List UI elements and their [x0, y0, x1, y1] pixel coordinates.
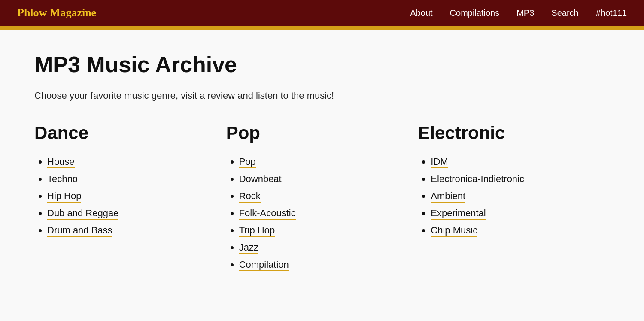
- genre-link-techno[interactable]: Techno: [47, 173, 78, 185]
- list-item: Drum and Bass: [47, 225, 226, 236]
- genre-link-drum-and-bass[interactable]: Drum and Bass: [47, 225, 112, 237]
- nav-item-compilations[interactable]: Compilations: [450, 8, 500, 18]
- list-item: Compilation: [239, 259, 418, 270]
- list-item: Folk-Acoustic: [239, 208, 418, 219]
- genre-link-jazz[interactable]: Jazz: [239, 242, 258, 254]
- genre-section-pop: PopPopDownbeatRockFolk-AcousticTrip HopJ…: [226, 123, 418, 276]
- list-item: Pop: [239, 156, 418, 167]
- genre-link-trip-hop[interactable]: Trip Hop: [239, 225, 275, 237]
- genre-link-electronica-indietronic[interactable]: Electronica-Indietronic: [431, 173, 524, 185]
- genre-link-rock[interactable]: Rock: [239, 191, 261, 203]
- list-item: Techno: [47, 173, 226, 185]
- genre-grid: DanceHouseTechnoHip HopDub and ReggaeDru…: [34, 123, 610, 276]
- genre-link-compilation[interactable]: Compilation: [239, 259, 289, 271]
- genre-section-dance: DanceHouseTechnoHip HopDub and ReggaeDru…: [34, 123, 226, 276]
- list-item: Ambient: [431, 191, 610, 202]
- site-header: Phlow Magazine AboutCompilationsMP3Searc…: [0, 0, 644, 26]
- genre-link-folk-acoustic[interactable]: Folk-Acoustic: [239, 208, 296, 220]
- site-title[interactable]: Phlow Magazine: [17, 6, 96, 19]
- genre-list-dance: HouseTechnoHip HopDub and ReggaeDrum and…: [34, 156, 226, 236]
- main-nav: AboutCompilationsMP3Search#hot111: [410, 8, 627, 18]
- list-item: Rock: [239, 191, 418, 202]
- genre-link-idm[interactable]: IDM: [431, 156, 448, 168]
- gold-stripe: [0, 26, 644, 30]
- list-item: Downbeat: [239, 173, 418, 185]
- list-item: Hip Hop: [47, 191, 226, 202]
- list-item: Electronica-Indietronic: [431, 173, 610, 185]
- genre-list-pop: PopDownbeatRockFolk-AcousticTrip HopJazz…: [226, 156, 418, 270]
- genre-link-house[interactable]: House: [47, 156, 75, 168]
- list-item: IDM: [431, 156, 610, 167]
- list-item: Dub and Reggae: [47, 208, 226, 219]
- list-item: Trip Hop: [239, 225, 418, 236]
- genre-link-dub-and-reggae[interactable]: Dub and Reggae: [47, 208, 118, 220]
- list-item: Chip Music: [431, 225, 610, 236]
- list-item: Experimental: [431, 208, 610, 219]
- nav-item-about[interactable]: About: [410, 8, 432, 18]
- list-item: Jazz: [239, 242, 418, 253]
- list-item: House: [47, 156, 226, 167]
- genre-link-ambient[interactable]: Ambient: [431, 191, 465, 203]
- genre-link-chip-music[interactable]: Chip Music: [431, 225, 477, 237]
- nav-item-search[interactable]: Search: [551, 8, 578, 18]
- genre-link-experimental[interactable]: Experimental: [431, 208, 486, 220]
- nav-item--hot111[interactable]: #hot111: [596, 8, 627, 18]
- page-subtitle: Choose your favorite music genre, visit …: [34, 90, 610, 101]
- page-title: MP3 Music Archive: [34, 51, 610, 77]
- genre-link-pop[interactable]: Pop: [239, 156, 256, 168]
- genre-category-dance: Dance: [34, 123, 226, 143]
- genre-category-electronic: Electronic: [418, 123, 610, 143]
- main-content: MP3 Music Archive Choose your favorite m…: [0, 30, 644, 298]
- nav-item-mp3[interactable]: MP3: [516, 8, 534, 18]
- genre-link-hip-hop[interactable]: Hip Hop: [47, 191, 81, 203]
- genre-category-pop: Pop: [226, 123, 418, 143]
- genre-link-downbeat[interactable]: Downbeat: [239, 173, 282, 185]
- genre-list-electronic: IDMElectronica-IndietronicAmbientExperim…: [418, 156, 610, 236]
- genre-section-electronic: ElectronicIDMElectronica-IndietronicAmbi…: [418, 123, 610, 276]
